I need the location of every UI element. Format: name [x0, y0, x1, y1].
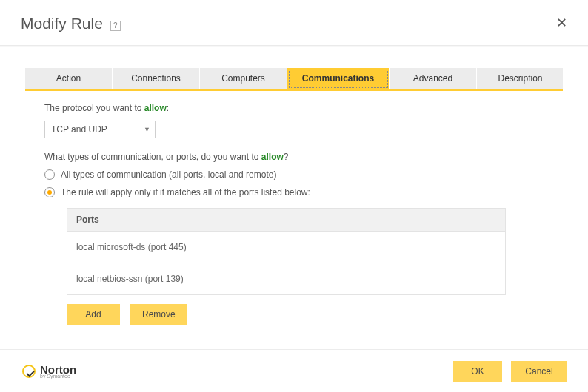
add-button[interactable]: Add [67, 304, 120, 325]
protocol-label: The protocol you want to allow: [44, 103, 544, 113]
chevron-down-icon: ▼ [144, 126, 150, 133]
tab-strip: Action Connections Computers Communicati… [25, 68, 563, 91]
footer-buttons: OK Cancel [453, 361, 567, 382]
tab-computers[interactable]: Computers [200, 68, 287, 89]
radio-icon-checked [44, 187, 55, 197]
cancel-button[interactable]: Cancel [511, 361, 567, 382]
dialog-title: Modify Rule ? [21, 15, 121, 33]
ports-question-post: ? [284, 152, 289, 162]
ports-row[interactable]: local netbios-ssn (port 139) [67, 263, 505, 294]
protocol-select-value: TCP and UDP [51, 124, 107, 135]
communications-panel: The protocol you want to allow: TCP and … [25, 91, 563, 325]
title-bar: Modify Rule ? ✕ [0, 0, 588, 46]
radio-match-ports[interactable]: The rule will apply only if it matches a… [44, 187, 544, 197]
content-area: Action Connections Computers Communicati… [0, 46, 588, 349]
dialog-title-text: Modify Rule [21, 15, 103, 33]
tab-action[interactable]: Action [25, 68, 113, 89]
dialog-footer: Norton by Symantec OK Cancel [0, 349, 588, 392]
checkmark-icon [22, 365, 36, 378]
ports-question: What types of communication, or ports, d… [44, 152, 544, 162]
brand-subtitle: by Symantec [40, 374, 76, 379]
ports-table: Ports local microsoft-ds (port 445) loca… [67, 208, 506, 295]
modify-rule-dialog: Modify Rule ? ✕ Action Connections Compu… [0, 0, 588, 392]
ports-column-header: Ports [67, 209, 505, 232]
ports-allow-word: allow [261, 152, 284, 162]
radio-icon [44, 169, 55, 180]
radio-all-ports[interactable]: All types of communication (all ports, l… [44, 169, 544, 180]
protocol-label-post: : [167, 103, 169, 113]
help-icon[interactable]: ? [110, 21, 121, 31]
brand-text: Norton by Symantec [40, 364, 76, 379]
ports-question-pre: What types of communication, or ports, d… [44, 152, 261, 162]
brand-logo: Norton by Symantec [22, 364, 76, 379]
ok-button[interactable]: OK [453, 361, 502, 382]
remove-button[interactable]: Remove [130, 304, 187, 325]
radio-match-label: The rule will apply only if it matches a… [61, 187, 310, 197]
tab-description[interactable]: Description [477, 68, 564, 89]
close-button[interactable]: ✕ [553, 15, 570, 31]
protocol-select[interactable]: TCP and UDP ▼ [44, 121, 156, 138]
radio-all-label: All types of communication (all ports, l… [61, 169, 276, 180]
protocol-label-pre: The protocol you want to [44, 103, 144, 113]
ports-row[interactable]: local microsoft-ds (port 445) [67, 232, 505, 263]
tab-connections[interactable]: Connections [113, 68, 200, 89]
ports-buttons: Add Remove [67, 304, 544, 325]
protocol-allow-word: allow [144, 103, 167, 113]
tab-communications[interactable]: Communications [287, 68, 390, 89]
tab-advanced[interactable]: Advanced [390, 68, 477, 89]
